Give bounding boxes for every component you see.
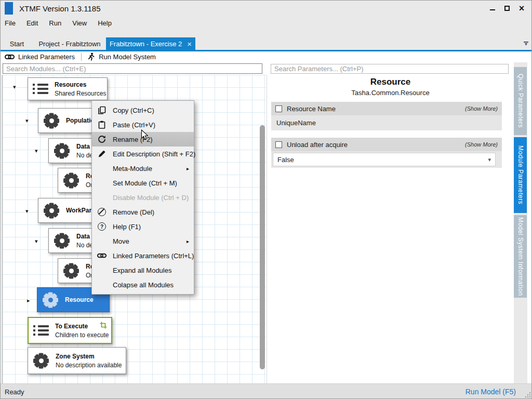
module-type: Tasha.Common.Resource [267,89,514,97]
tab-overflow-chevron-icon[interactable]: ▾ [524,42,528,47]
gear-module-icon [43,202,60,219]
side-tab-module-parameters[interactable]: Module Parameters [514,137,527,213]
tab-frabitztown-exercise-2[interactable]: Frabitztown - Exercise 2 × [106,37,195,50]
mouse-cursor [141,129,148,140]
toolbar-separator [81,53,82,61]
linked-parameters-button[interactable]: Linked Parameters [5,53,80,61]
status-bar: Ready Run Model (F5) [1,383,532,399]
run-icon [87,52,95,61]
window-controls: × [487,3,527,14]
context-menu-item-move[interactable]: Move ▸ [92,234,194,248]
gear-module-icon [54,232,70,249]
module-box-resources[interactable]: ResourcesShared Resources [28,77,108,100]
tab-start[interactable]: Start [1,37,33,50]
context-menu-item-copy[interactable]: Copy (Ctrl+C) [92,103,194,117]
title-bar: XTMF Version 1.3.1185 × [1,1,532,16]
expander-workpartition-icon[interactable]: ▾ [25,208,29,215]
gear-module-icon [33,352,49,369]
crop-icon [100,322,107,329]
gear-module-icon [63,172,79,189]
tab-close-icon[interactable]: × [187,40,192,48]
side-tab-model-system-information[interactable]: Model System Information [514,215,527,298]
list-module-icon [33,325,49,336]
resize-grip[interactable] [524,391,531,398]
search-modules-input[interactable] [3,63,262,74]
context-menu-item-linked-parameters[interactable]: Linked Parameters (Ctrl+L) [92,248,194,263]
menu-bar: File Edit Run View Help [1,16,532,30]
help-icon: ? [97,222,107,231]
submenu-arrow-icon: ▸ [187,238,189,244]
expander-resource-icon[interactable]: ▸ [27,297,30,304]
side-tab-quick-parameters[interactable]: Quick Parameters [514,67,527,135]
context-menu-item-remove[interactable]: Remove (Del) [92,205,194,219]
expander-data-source2-icon[interactable]: ▾ [35,238,38,245]
quick-parameter-checkbox[interactable] [275,105,282,112]
parameter-value-textbox[interactable]: UniqueName [271,115,502,130]
parameter-unload-after-acquire: Unload after acquire (Show More) False ▾ [271,138,502,168]
show-more-link[interactable]: (Show More) [465,141,498,148]
link-icon [97,252,107,259]
show-more-link[interactable]: (Show More) [465,105,498,112]
close-button[interactable]: × [516,3,527,14]
menu-edit[interactable]: Edit [26,18,44,29]
gear-module-icon [63,262,79,279]
expander-resources-icon[interactable]: ▾ [13,84,16,90]
context-menu-item-colapse-all[interactable]: Colapse all Modules [92,277,194,292]
submenu-arrow-icon: ▸ [187,166,189,171]
remove-icon [97,208,107,216]
list-module-icon [33,84,48,94]
context-menu-item-meta-module[interactable]: Meta-Module ▸ [92,161,194,176]
minimize-icon [490,9,495,10]
tab-strip: Start Project - Frabitztown Frabitztown … [1,30,532,50]
quick-parameter-checkbox[interactable] [275,141,282,148]
gear-module-icon [42,291,59,308]
module-box-zone-system[interactable]: Zone SystemNo description available [28,347,126,374]
dropdown-arrow-icon: ▾ [488,156,491,163]
rename-icon [97,135,107,143]
link-icon [5,54,15,60]
menu-help[interactable]: Help [98,18,117,29]
menu-view[interactable]: View [72,18,92,29]
parameter-value-dropdown[interactable]: False ▾ [273,153,496,166]
expander-data-source-icon[interactable]: ▾ [35,148,38,154]
side-tab-strip: Quick Parameters Module Parameters Model… [514,62,527,383]
context-menu-item-edit-description[interactable]: Edit Description (Shift + F2) [92,147,194,161]
context-menu-item-disable-module: Disable Module (Ctrl + D) [92,190,194,205]
menu-run[interactable]: Run [49,18,67,29]
minimize-button[interactable] [487,3,498,14]
tab-project-frabitztown[interactable]: Project - Frabitztown [33,37,106,50]
app-icon [5,2,13,15]
maximize-button[interactable] [501,3,513,14]
maximize-icon [504,6,510,11]
context-menu-item-expand-all[interactable]: Expand all Modules [92,263,194,277]
expander-population-icon[interactable]: ▾ [25,117,29,124]
context-menu-item-set-module[interactable]: Set Module (Ctrl + M) [92,176,194,190]
run-model-link[interactable]: Run Model (F5) [466,388,516,396]
parameter-resource-name: Resource Name (Show More) UniqueName [271,102,502,130]
toolbar: Linked Parameters Run Model System [1,51,532,62]
search-parameters-input[interactable] [271,64,509,74]
module-box-to-execute[interactable]: To ExecuteChildren to execute [28,317,112,344]
app-window: XTMF Version 1.3.1185 × File Edit Run Vi… [0,0,532,399]
parameter-panel: Resource Tasha.Common.Resource Resource … [267,75,514,383]
run-model-system-button[interactable]: Run Model System [87,52,161,61]
pencil-icon [97,150,107,158]
context-menu-item-help[interactable]: ? Help (F1) [92,219,194,234]
gear-module-icon [43,112,60,129]
copy-icon [97,106,107,114]
tree-scrollbar[interactable] [260,125,265,369]
window-title: XTMF Version 1.3.1185 [19,4,100,13]
status-text: Ready [5,388,24,396]
gear-module-icon [54,142,70,159]
menu-file[interactable]: File [5,18,21,29]
paste-icon [97,121,107,129]
module-title: Resource [267,77,514,87]
